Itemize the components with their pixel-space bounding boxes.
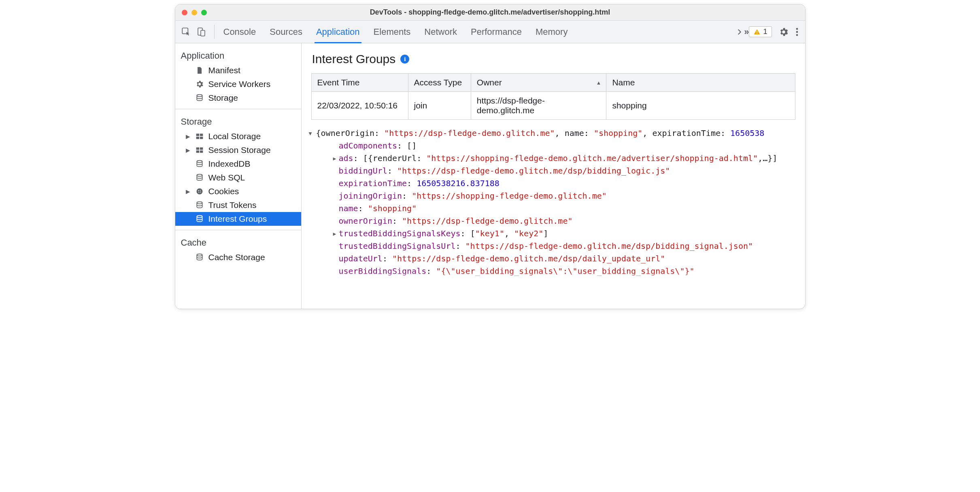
sidebar-item-cache-storage[interactable]: ▸Cache Storage bbox=[175, 250, 301, 264]
tab-network[interactable]: Network bbox=[424, 21, 457, 43]
svg-point-21 bbox=[200, 190, 200, 191]
sidebar-section-title: Cache bbox=[175, 233, 301, 250]
col-access-type[interactable]: Access Type bbox=[408, 74, 471, 92]
tab-application[interactable]: Application bbox=[316, 21, 360, 43]
caret-icon: ▸ bbox=[186, 187, 191, 196]
sidebar-section-title: Application bbox=[175, 47, 301, 64]
info-icon[interactable]: i bbox=[400, 55, 409, 64]
sort-arrow-icon: ▲ bbox=[596, 80, 602, 86]
svg-rect-2 bbox=[201, 30, 205, 36]
sidebar-item-interest-groups[interactable]: ▸Interest Groups bbox=[175, 212, 301, 226]
window-title: DevTools - shopping-fledge-demo.glitch.m… bbox=[175, 8, 805, 17]
main-toolbar: ConsoleSourcesApplicationElementsNetwork… bbox=[175, 21, 805, 43]
interest-groups-table: Event TimeAccess TypeOwner▲Name 22/03/20… bbox=[311, 73, 795, 120]
sidebar-item-storage[interactable]: ▸Storage bbox=[175, 91, 301, 105]
svg-rect-10 bbox=[200, 134, 203, 136]
caret-icon[interactable]: ▸ bbox=[331, 227, 339, 240]
sidebar-item-local-storage[interactable]: ▸Local Storage bbox=[175, 129, 301, 143]
svg-point-22 bbox=[198, 192, 199, 193]
sidebar-item-label: Web SQL bbox=[208, 173, 245, 182]
application-sidebar: Application▸Manifest▸Service Workers▸Sto… bbox=[175, 43, 302, 309]
sidebar-item-label: Local Storage bbox=[208, 131, 261, 141]
sidebar-item-session-storage[interactable]: ▸Session Storage bbox=[175, 143, 301, 157]
object-tree[interactable]: ▾{ownerOrigin: "https://dsp-fledge-demo.… bbox=[302, 120, 805, 278]
col-event-time[interactable]: Event Time bbox=[311, 74, 408, 92]
tab-performance[interactable]: Performance bbox=[471, 21, 522, 43]
svg-point-26 bbox=[197, 254, 202, 256]
kebab-menu-icon[interactable] bbox=[795, 27, 799, 37]
settings-gear-icon[interactable] bbox=[778, 27, 789, 37]
tab-console[interactable]: Console bbox=[223, 21, 256, 43]
svg-rect-16 bbox=[200, 151, 203, 153]
warnings-count: 1 bbox=[763, 28, 767, 36]
device-toolbar-icon[interactable] bbox=[196, 27, 206, 37]
sidebar-item-cookies[interactable]: ▸Cookies bbox=[175, 184, 301, 198]
devtools-window: DevTools - shopping-fledge-demo.glitch.m… bbox=[175, 4, 806, 309]
svg-rect-9 bbox=[196, 134, 199, 136]
db-icon bbox=[195, 201, 204, 209]
close-window-button[interactable] bbox=[182, 10, 187, 15]
svg-point-18 bbox=[197, 174, 202, 176]
col-name[interactable]: Name bbox=[606, 74, 795, 92]
cookie-icon bbox=[195, 187, 204, 195]
minimize-window-button[interactable] bbox=[191, 10, 197, 15]
caret-down-icon[interactable]: ▾ bbox=[305, 127, 316, 140]
svg-point-19 bbox=[196, 189, 202, 195]
sidebar-item-label: Session Storage bbox=[208, 145, 271, 155]
sidebar-item-label: Cookies bbox=[208, 187, 239, 196]
db-icon bbox=[195, 215, 204, 223]
svg-point-20 bbox=[198, 190, 199, 191]
svg-rect-11 bbox=[196, 137, 199, 139]
caret-icon[interactable]: ▸ bbox=[331, 152, 339, 165]
sidebar-item-service-workers[interactable]: ▸Service Workers bbox=[175, 77, 301, 91]
sidebar-item-manifest[interactable]: ▸Manifest bbox=[175, 64, 301, 77]
inspect-element-icon[interactable] bbox=[181, 27, 191, 37]
sidebar-item-trust-tokens[interactable]: ▸Trust Tokens bbox=[175, 198, 301, 212]
svg-rect-12 bbox=[200, 137, 203, 139]
sidebar-item-indexeddb[interactable]: ▸IndexedDB bbox=[175, 157, 301, 171]
grid-icon bbox=[195, 146, 204, 154]
svg-point-7 bbox=[796, 34, 798, 36]
tab-elements[interactable]: Elements bbox=[374, 21, 411, 43]
svg-rect-4 bbox=[757, 33, 758, 34]
sidebar-item-web-sql[interactable]: ▸Web SQL bbox=[175, 171, 301, 184]
svg-rect-15 bbox=[196, 151, 199, 153]
svg-point-17 bbox=[197, 161, 202, 163]
db-icon bbox=[195, 253, 204, 261]
sidebar-item-label: Interest Groups bbox=[208, 214, 267, 224]
db-icon bbox=[195, 174, 204, 182]
svg-point-24 bbox=[197, 202, 202, 204]
svg-rect-14 bbox=[200, 147, 203, 150]
sidebar-item-label: Storage bbox=[208, 93, 238, 103]
table-row[interactable]: 22/03/2022, 10:50:16joinhttps://dsp-fled… bbox=[311, 92, 795, 120]
warnings-badge[interactable]: 1 bbox=[749, 26, 772, 37]
gear-icon bbox=[195, 80, 204, 89]
sidebar-item-label: Cache Storage bbox=[208, 252, 265, 262]
sidebar-item-label: Trust Tokens bbox=[208, 200, 257, 210]
caret-icon: ▸ bbox=[186, 145, 191, 155]
tab-sources[interactable]: Sources bbox=[270, 21, 302, 43]
sidebar-section-title: Storage bbox=[175, 112, 301, 129]
zoom-window-button[interactable] bbox=[201, 10, 207, 15]
sidebar-item-label: Manifest bbox=[208, 66, 240, 75]
grid-icon bbox=[195, 133, 204, 140]
panel-heading: Interest Groups i bbox=[302, 43, 805, 73]
db-icon bbox=[195, 94, 204, 102]
svg-point-5 bbox=[796, 28, 798, 30]
col-owner[interactable]: Owner▲ bbox=[471, 74, 606, 92]
svg-point-23 bbox=[200, 192, 201, 193]
caret-icon: ▸ bbox=[186, 131, 191, 141]
svg-rect-13 bbox=[196, 147, 199, 150]
tab-memory[interactable]: Memory bbox=[536, 21, 568, 43]
sidebar-item-label: IndexedDB bbox=[208, 159, 251, 169]
svg-point-8 bbox=[197, 95, 202, 97]
svg-point-6 bbox=[796, 31, 798, 33]
sidebar-item-label: Service Workers bbox=[208, 79, 271, 89]
more-tabs-icon[interactable]: » bbox=[735, 27, 749, 37]
window-controls bbox=[175, 10, 207, 15]
db-icon bbox=[195, 160, 204, 168]
svg-point-25 bbox=[197, 216, 202, 218]
main-panel: Interest Groups i Event TimeAccess TypeO… bbox=[302, 43, 805, 309]
file-icon bbox=[195, 66, 204, 75]
svg-rect-3 bbox=[757, 31, 758, 32]
